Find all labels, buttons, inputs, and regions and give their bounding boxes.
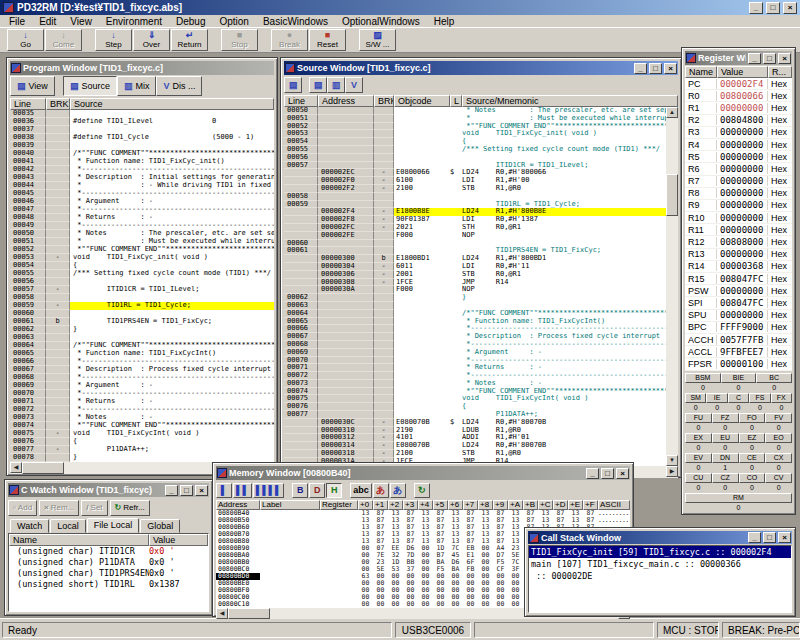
flag-sm-button[interactable]: SM [685, 393, 706, 403]
program-row[interactable]: 00065 * Function name: TID1_FixCycInt() [10, 350, 274, 358]
toolbar-reset-button[interactable]: ■Reset [309, 29, 346, 51]
memory-euc-mode-button[interactable]: あ [390, 483, 406, 498]
flag-dn-button[interactable]: DN [712, 453, 739, 463]
source-row[interactable]: 00066 *---------------------------------… [284, 325, 666, 333]
flag-fs-button[interactable]: FS [749, 393, 770, 403]
watch-maximize-button[interactable]: □ [180, 485, 193, 496]
watch-refr-button[interactable]: ↻Refr... [110, 500, 150, 516]
program-row[interactable]: 00051 * : Must be executed while interru… [10, 238, 274, 246]
callstack-maximize-button[interactable]: □ [763, 532, 776, 543]
source-row[interactable]: 00000300bE1800BD1LD24 R1,#H'800BD1 [284, 255, 666, 263]
callstack-minimize-button[interactable]: _ [748, 532, 761, 543]
source-row[interactable]: 00000314-E080070BLD24 R0,#H'80070B [284, 442, 666, 450]
memory-close-button[interactable]: × [616, 468, 629, 479]
memory-minimize-button[interactable]: _ [586, 468, 599, 479]
callstack-entry[interactable]: TID1_FixCyc_init [59] TID1_fixcyc.c :: 0… [529, 546, 791, 558]
register-row[interactable]: R000800066Hex [685, 90, 792, 102]
register-row[interactable]: SPI008047FCHex [685, 297, 792, 309]
program-row[interactable]: 00073 * Notes : - [10, 414, 274, 422]
register-row[interactable]: R1100000000Hex [685, 224, 792, 236]
menu-item-file[interactable]: File [2, 16, 32, 27]
register-row[interactable]: R300000000Hex [685, 127, 792, 139]
register-minimize-button[interactable]: _ [748, 53, 761, 64]
program-row[interactable]: 00045 *---------------------------------… [10, 190, 274, 198]
watch-tab-local[interactable]: Local [50, 519, 86, 533]
source-row[interactable]: 00064/*""FUNC COMMENT""*****************… [284, 310, 666, 318]
program-row[interactable]: 00050 * Notes : The prescaler, etc. are … [10, 230, 274, 238]
close-button[interactable]: × [783, 2, 797, 14]
program-row[interactable]: 00036#define TID1_ILevel 0 [10, 118, 274, 126]
memory-group-half-button[interactable]: ▌▌ [233, 483, 252, 498]
flag-fv-button[interactable]: FV [765, 413, 792, 423]
program-row[interactable]: 00060 [10, 310, 274, 318]
source-row[interactable]: 00053void TID1_FixCyc_init( void ) [284, 130, 666, 138]
watch-row[interactable]: (unsigned short) TID1RL0x1387 [9, 579, 208, 590]
register-row[interactable]: R1200808000Hex [685, 236, 792, 248]
register-row[interactable]: R800000000Hex [685, 188, 792, 200]
register-row[interactable]: ACCH0057F7FBHex [685, 334, 792, 346]
source-row[interactable]: 00059 TID1RL = TID1_Cycle; [284, 201, 666, 209]
flag-cv-button[interactable]: CV [765, 473, 792, 483]
menu-item-view[interactable]: View [63, 16, 99, 27]
watch-tab-global[interactable]: Global [140, 519, 180, 533]
source-row[interactable]: 000002F8-90F01387LDI R0,#H'1387 [284, 216, 666, 224]
flag-ev-button[interactable]: EV [685, 453, 712, 463]
flag-bc-button[interactable]: BC [756, 373, 792, 383]
watch-row[interactable]: (unsigned char) ITID1CR0x0 ' [9, 546, 208, 557]
register-row[interactable]: R15008047FCHex [685, 273, 792, 285]
memory-byte[interactable]: 00 [418, 601, 433, 608]
source-row[interactable]: 00070 *---------------------------------… [284, 357, 666, 365]
source-row[interactable]: 00067 * Description : Process fixed cycl… [284, 333, 666, 341]
program-row[interactable]: 00061b TID1PRS4EN = TID1_FixCyc; [10, 318, 274, 326]
flag-ie-button[interactable]: IE [706, 393, 727, 403]
source-row[interactable]: 00065 * Function name: TID1_FixCycInt() [284, 318, 666, 326]
callstack-window-titlebar[interactable]: Call Stack Window _ □ × [528, 531, 792, 544]
memory-byte[interactable]: 00 [478, 601, 493, 608]
memory-byte[interactable]: 00 [493, 601, 508, 608]
program-row[interactable]: 00072 *---------------------------------… [10, 406, 274, 414]
program-row[interactable]: 00052 *""FUNC COMMENT END""*************… [10, 246, 274, 254]
source-row[interactable]: 00057 ITID1CR = TID1_ILevel; [284, 162, 666, 170]
program-row[interactable]: 00049 *---------------------------------… [10, 222, 274, 230]
flag-rm-button[interactable]: RM [685, 493, 792, 503]
program-row[interactable]: 00068 *---------------------------------… [10, 374, 274, 382]
source-row[interactable]: 00071 * Returns : - [284, 364, 666, 372]
flag-fx-button[interactable]: FX [771, 393, 792, 403]
program-row[interactable]: 00074 *""FUNC COMMENT END""*************… [10, 422, 274, 430]
watch-row[interactable]: (unsigned char) P11DATA0x0 ' [9, 557, 208, 568]
memory-window-titlebar[interactable]: Memory Window [00800B40] _ □ × [216, 466, 630, 480]
program-row[interactable]: 00075-void TID1_FixCycInt( void ) [10, 430, 274, 438]
memory-hex-button[interactable]: H [326, 483, 342, 498]
source-row[interactable]: 00050 * Notes : The prescaler, etc. are … [284, 107, 666, 115]
menu-item-option[interactable]: Option [212, 16, 255, 27]
program-row[interactable]: 00040/*""FUNC COMMENT""*****************… [10, 150, 274, 158]
source-source-button[interactable]: ▤ [309, 77, 327, 93]
register-row[interactable]: R1300000000Hex [685, 249, 792, 261]
program-window-titlebar[interactable]: Program Window [TID1_fixcyc.c] [10, 61, 274, 75]
source-row[interactable]: 00074 *""FUNC COMMENT END""*************… [284, 388, 666, 396]
source-row[interactable]: 0000030AF000NOP [284, 286, 666, 294]
flag-c-button[interactable]: C [728, 393, 749, 403]
flag-ce-button[interactable]: CE [739, 453, 766, 463]
toolbar-go-button[interactable]: ↓Go [7, 29, 44, 51]
source-row[interactable]: 00054{ [284, 138, 666, 146]
source-view-button[interactable]: ▤ [284, 77, 302, 93]
source-row[interactable]: 00077 P11DATA++; [284, 411, 666, 419]
program-row[interactable]: 00067 * Description : Process fixed cycl… [10, 366, 274, 374]
source-row[interactable]: 00062} [284, 294, 666, 302]
program-row[interactable]: 00057- ITID1CR = TID1_ILevel; [10, 286, 274, 294]
flag-cx-button[interactable]: CX [765, 453, 792, 463]
memory-maximize-button[interactable]: □ [601, 468, 614, 479]
register-row[interactable]: PSW00000000Hex [685, 285, 792, 297]
memory-binary-button[interactable]: B [292, 483, 308, 498]
menu-item-edit[interactable]: Edit [32, 16, 63, 27]
program-row[interactable]: 00046 * Argument : - [10, 198, 274, 206]
program-row[interactable]: 00041 * Function name: TID1_FixCyc_init(… [10, 158, 274, 166]
source-row[interactable]: 000002F0-6100LDI R1,#H'00 [284, 177, 666, 185]
menu-item-environment[interactable]: Environment [99, 16, 169, 27]
source-row[interactable]: 0000030C-E080070B$LD24 R0,#H'80070B [284, 419, 666, 427]
program-row[interactable]: 00056 [10, 278, 274, 286]
menu-item-debug[interactable]: Debug [169, 16, 212, 27]
program-view-view-button[interactable]: ▤View [10, 76, 55, 96]
scroll-right-icon[interactable]: ▶ [666, 466, 678, 477]
